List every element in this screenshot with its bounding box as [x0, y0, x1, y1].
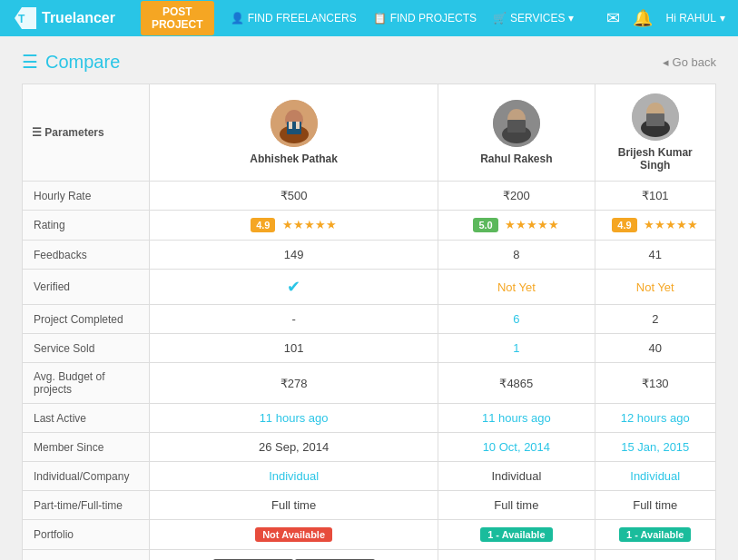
col-brijesh: Brijesh Kumar Singh: [595, 84, 715, 182]
svg-rect-11: [507, 120, 526, 133]
row-member-since: Member Since 26 Sep, 2014 10 Oct, 2014 1…: [23, 433, 716, 462]
logo-text: Truelancer: [42, 10, 115, 26]
label-last-active: Last Active: [23, 404, 150, 433]
val-individual-company-0: Individual: [150, 462, 438, 491]
row-hourly-rate: Hourly Rate ₹500 ₹200 ₹101: [23, 182, 716, 211]
val-feedbacks-1: 8: [438, 241, 595, 270]
avatar-brijesh: [632, 93, 679, 141]
col-abhishek: Abhishek Pathak: [150, 84, 438, 182]
label-individual-company: Individual/Company: [23, 462, 150, 491]
val-service-sold-1: 1: [438, 334, 595, 363]
val-hourly-rate-2: ₹101: [595, 182, 715, 211]
val-last-active-2: 12 hours ago: [595, 404, 715, 433]
compare-title: ☰ Compare: [22, 51, 120, 73]
compare-table: ☰ Parameters Abhishek Pathak Rahul Rakes…: [22, 84, 716, 560]
val-portfolio-1: 1 - Available: [438, 520, 595, 550]
stars-1: ★★★★★: [505, 218, 559, 231]
label-portfolio: Portfolio: [23, 520, 150, 550]
hamburger-icon: ☰: [22, 51, 38, 73]
portfolio-badge-0: Not Available: [255, 527, 332, 542]
val-skills-0: YouTube ExpertsVirtual AssistantsWeb Scr…: [150, 550, 438, 561]
label-avg-budget: Avg. Budget of projects: [23, 363, 150, 404]
val-member-since-0: 26 Sep, 2014: [150, 433, 438, 462]
val-skills-1: Content WritersBloggersGhostwritersSEO E…: [438, 550, 595, 561]
row-avg-budget: Avg. Budget of projects ₹278 ₹4865 ₹130: [23, 363, 716, 404]
messages-icon[interactable]: ✉: [606, 8, 620, 28]
svg-rect-15: [646, 113, 664, 126]
label-part-full-time: Part-time/Full-time: [23, 491, 150, 520]
row-skills: Skills YouTube ExpertsVirtual Assistants…: [23, 550, 716, 561]
val-rating-0: 4.9 ★★★★★: [150, 211, 438, 241]
val-service-sold-2: 40: [595, 334, 715, 363]
verified-check-icon: ✔: [287, 278, 300, 296]
label-member-since: Member Since: [23, 433, 150, 462]
val-project-completed-0: -: [150, 305, 438, 334]
header-icons: ✉ 🔔 Hi RAHUL ▾: [606, 8, 724, 28]
val-avg-budget-2: ₹130: [595, 363, 715, 404]
val-skills-2: Content WritersBloggersArticle Rewriters: [595, 550, 715, 561]
table-header-row: ☰ Parameters Abhishek Pathak Rahul Rakes…: [23, 84, 716, 182]
val-avg-budget-0: ₹278: [150, 363, 438, 404]
val-portfolio-2: 1 - Available: [595, 520, 715, 550]
avatar-rahul: [493, 100, 540, 147]
avatar-abhishek: [271, 100, 318, 147]
col-name-rahul: Rahul Rakesh: [448, 152, 585, 165]
label-verified: Verified: [23, 270, 150, 305]
val-service-sold-0: 101: [150, 334, 438, 363]
post-project-button[interactable]: POST PROJECT: [141, 1, 214, 35]
val-project-completed-2: 2: [595, 305, 715, 334]
header: T Truelancer POST PROJECT 👤 FIND FREELAN…: [0, 0, 738, 36]
svg-rect-7: [296, 122, 300, 129]
page: ☰ Compare ◂ Go back ☰ Parameters Abhishe…: [0, 36, 738, 560]
col-name-brijesh: Brijesh Kumar Singh: [605, 146, 706, 172]
col-rahul: Rahul Rakesh: [438, 84, 595, 182]
label-hourly-rate: Hourly Rate: [23, 182, 150, 211]
row-project-completed: Project Completed - 6 2: [23, 305, 716, 334]
val-individual-company-2: Individual: [595, 462, 715, 491]
row-rating: Rating 4.9 ★★★★★ 5.0 ★★★★★ 4.9 ★★★★★: [23, 211, 716, 241]
stars-0: ★★★★★: [282, 218, 337, 231]
col-name-abhishek: Abhishek Pathak: [159, 152, 428, 165]
label-rating: Rating: [23, 211, 150, 241]
val-feedbacks-0: 149: [150, 241, 438, 270]
row-portfolio: Portfolio Not Available 1 - Available 1 …: [23, 520, 716, 550]
row-individual-company: Individual/Company Individual Individual…: [23, 462, 716, 491]
val-feedbacks-2: 41: [595, 241, 715, 270]
val-member-since-2: 15 Jan, 2015: [595, 433, 715, 462]
val-part-full-time-0: Full time: [150, 491, 438, 520]
val-verified-2: Not Yet: [595, 270, 715, 305]
val-member-since-1: 10 Oct, 2014: [438, 433, 595, 462]
notifications-icon[interactable]: 🔔: [633, 8, 653, 28]
portfolio-badge-2: 1 - Available: [619, 527, 691, 542]
nav-services[interactable]: 🛒 SERVICES ▾: [493, 12, 574, 25]
val-hourly-rate-0: ₹500: [150, 182, 438, 211]
svg-text:T: T: [18, 13, 25, 25]
row-part-full-time: Part-time/Full-time Full time Full time …: [23, 491, 716, 520]
portfolio-badge-1: 1 - Available: [480, 527, 552, 542]
val-last-active-1: 11 hours ago: [438, 404, 595, 433]
val-avg-budget-1: ₹4865: [438, 363, 595, 404]
rating-badge-2: 4.9: [612, 218, 636, 232]
svg-rect-6: [289, 122, 292, 129]
stars-2: ★★★★★: [644, 218, 698, 231]
val-verified-1: Not Yet: [438, 270, 595, 305]
val-rating-1: 5.0 ★★★★★: [438, 211, 595, 241]
logo-icon: T: [15, 7, 36, 29]
nav-find-projects[interactable]: 📋 FIND PROJECTS: [373, 12, 477, 25]
compare-header: ☰ Compare ◂ Go back: [22, 51, 716, 73]
parameters-label: ☰ Parameters: [23, 84, 150, 182]
label-feedbacks: Feedbacks: [23, 241, 150, 270]
label-service-sold: Service Sold: [23, 334, 150, 363]
val-part-full-time-1: Full time: [438, 491, 595, 520]
val-part-full-time-2: Full time: [595, 491, 715, 520]
go-back-button[interactable]: ◂ Go back: [663, 55, 716, 69]
val-rating-2: 4.9 ★★★★★: [595, 211, 715, 241]
val-hourly-rate-1: ₹200: [438, 182, 595, 211]
row-service-sold: Service Sold 101 1 40: [23, 334, 716, 363]
logo: T Truelancer: [15, 7, 115, 29]
nav-find-freelancers[interactable]: 👤 FIND FREELANCERS: [231, 12, 357, 25]
user-menu[interactable]: Hi RAHUL ▾: [665, 12, 724, 25]
label-project-completed: Project Completed: [23, 305, 150, 334]
row-feedbacks: Feedbacks 149 8 41: [23, 241, 716, 270]
val-portfolio-0: Not Available: [150, 520, 438, 550]
